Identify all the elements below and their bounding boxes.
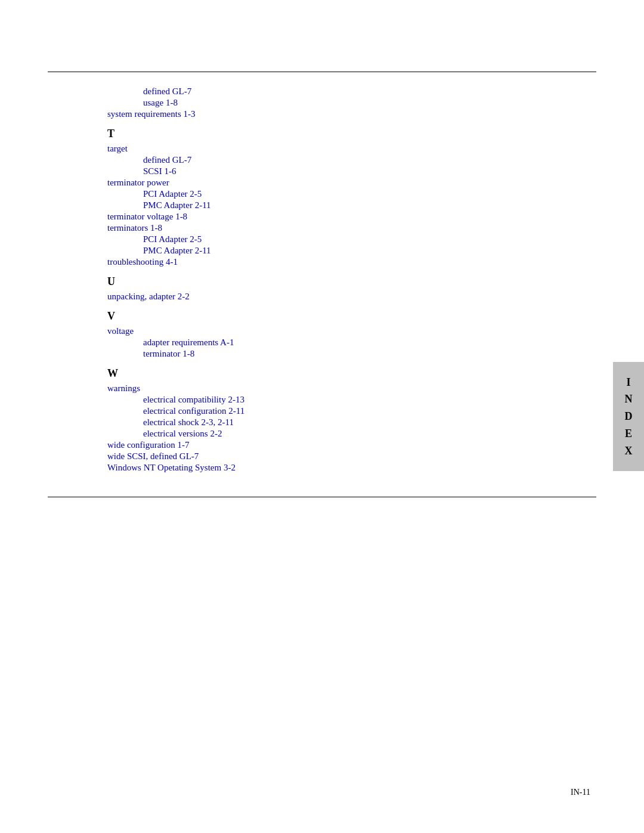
list-item: terminators 1-8 [107,223,519,233]
main-content: defined GL-7 usage 1-8 system requiremen… [48,86,596,473]
list-item: warnings [107,383,519,394]
list-item: troubleshooting 4-1 [107,257,519,267]
side-tab-letter-D: D [625,408,633,425]
section-letter-V: V [107,310,519,323]
list-item: PMC Adapter 2-11 [143,246,519,256]
list-item: PMC Adapter 2-11 [143,200,519,210]
list-item: PCI Adapter 2-5 [143,234,519,244]
section-letter-W: W [107,367,519,380]
index-side-tab: I N D E X [613,362,644,472]
top-entries-block: defined GL-7 usage 1-8 system requiremen… [107,86,519,119]
list-item: PCI Adapter 2-5 [143,189,519,199]
side-tab-letter-E: E [625,425,632,442]
section-T: T target defined GL-7 SCSI 1-6 terminato… [107,128,519,267]
section-V: V voltage adapter requirements A-1 termi… [107,310,519,359]
list-item: voltage [107,326,519,336]
top-rule [48,72,596,72]
side-tab-letter-X: X [625,442,633,460]
side-tab-letter-I: I [626,374,630,391]
list-item: terminator 1-8 [143,349,519,359]
list-item: terminator voltage 1-8 [107,212,519,222]
section-letter-U: U [107,275,519,288]
list-item: usage 1-8 [143,98,519,108]
section-W: W warnings electrical compatibility 2-13… [107,367,519,473]
list-item: adapter requirements A-1 [143,337,519,348]
list-item: terminator power [107,178,519,188]
list-item: defined GL-7 [143,155,519,165]
list-item: SCSI 1-6 [143,166,519,176]
list-item: system requirements 1-3 [107,109,519,119]
index-content: defined GL-7 usage 1-8 system requiremen… [107,86,519,473]
list-item: electrical configuration 2-11 [143,406,519,416]
section-U: U unpacking, adapter 2-2 [107,275,519,302]
list-item: electrical compatibility 2-13 [143,395,519,405]
list-item: electrical versions 2-2 [143,429,519,439]
list-item: unpacking, adapter 2-2 [107,292,519,302]
section-letter-T: T [107,128,519,140]
list-item: wide SCSI, defined GL-7 [107,451,519,462]
list-item: electrical shock 2-3, 2-11 [143,417,519,428]
list-item: Windows NT Opetating System 3-2 [107,463,519,473]
side-tab-letter-N: N [625,391,633,408]
page-number: IN-11 [571,788,590,797]
list-item: wide configuration 1-7 [107,440,519,450]
page-container: defined GL-7 usage 1-8 system requiremen… [0,0,644,833]
bottom-rule [48,497,596,497]
list-item: defined GL-7 [143,86,519,97]
list-item: target [107,144,519,154]
